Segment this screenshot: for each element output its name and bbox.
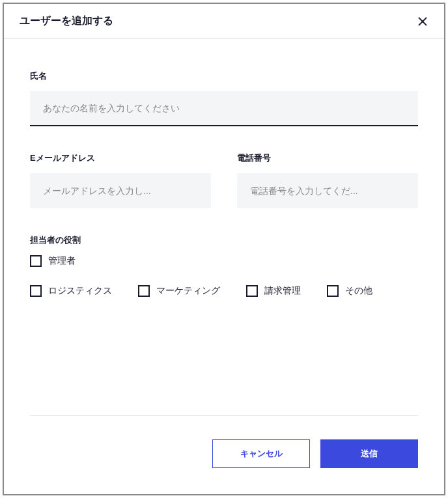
checkbox-other[interactable]: その他 bbox=[327, 285, 372, 297]
cancel-button[interactable]: キャンセル bbox=[212, 439, 310, 468]
name-label: 氏名 bbox=[30, 70, 418, 82]
roles-label: 担当者の役割 bbox=[30, 234, 418, 246]
checkbox-marketing-label: マーケティング bbox=[156, 285, 220, 297]
checkbox-billing-label: 請求管理 bbox=[264, 285, 301, 297]
email-field-group: Eメールアドレス bbox=[30, 152, 211, 208]
checkbox-box-icon bbox=[30, 255, 42, 267]
phone-field-group: 電話番号 bbox=[237, 152, 418, 208]
name-field-group: 氏名 bbox=[30, 70, 418, 126]
checkbox-box-icon bbox=[138, 285, 150, 297]
modal-title: ユーザーを追加する bbox=[20, 14, 113, 28]
phone-label: 電話番号 bbox=[237, 152, 418, 164]
contact-field-row: Eメールアドレス 電話番号 bbox=[30, 152, 418, 208]
checkbox-logistics[interactable]: ロジスティクス bbox=[30, 285, 112, 297]
submit-button[interactable]: 送信 bbox=[320, 439, 418, 468]
name-input[interactable] bbox=[30, 91, 418, 126]
close-icon[interactable] bbox=[417, 16, 428, 27]
email-input[interactable] bbox=[30, 173, 211, 208]
footer-divider bbox=[30, 415, 418, 416]
modal-header: ユーザーを追加する bbox=[4, 4, 444, 39]
modal-body: 氏名 Eメールアドレス 電話番号 担当者の役割 管理者 bbox=[4, 39, 444, 415]
checkbox-admin-label: 管理者 bbox=[48, 255, 76, 267]
checkbox-billing[interactable]: 請求管理 bbox=[246, 285, 301, 297]
footer-actions: キャンセル 送信 bbox=[30, 439, 418, 468]
checkbox-box-icon bbox=[246, 285, 258, 297]
modal-footer: キャンセル 送信 bbox=[4, 415, 444, 494]
email-label: Eメールアドレス bbox=[30, 152, 211, 164]
spacer bbox=[30, 310, 418, 415]
checkbox-marketing[interactable]: マーケティング bbox=[138, 285, 220, 297]
checkbox-admin[interactable]: 管理者 bbox=[30, 255, 418, 267]
checkbox-other-label: その他 bbox=[345, 285, 372, 297]
checkbox-box-icon bbox=[30, 285, 42, 297]
checkbox-logistics-label: ロジスティクス bbox=[48, 285, 112, 297]
checkbox-row-others: ロジスティクス マーケティング 請求管理 その他 bbox=[30, 285, 418, 297]
roles-section: 担当者の役割 管理者 ロジスティクス マーケティング 請求管 bbox=[30, 234, 418, 297]
checkbox-box-icon bbox=[327, 285, 339, 297]
phone-input[interactable] bbox=[237, 173, 418, 208]
add-user-modal: ユーザーを追加する 氏名 Eメールアドレス 電話番号 担当者の役割 bbox=[3, 3, 445, 495]
checkbox-row-admin: 管理者 bbox=[30, 255, 418, 267]
